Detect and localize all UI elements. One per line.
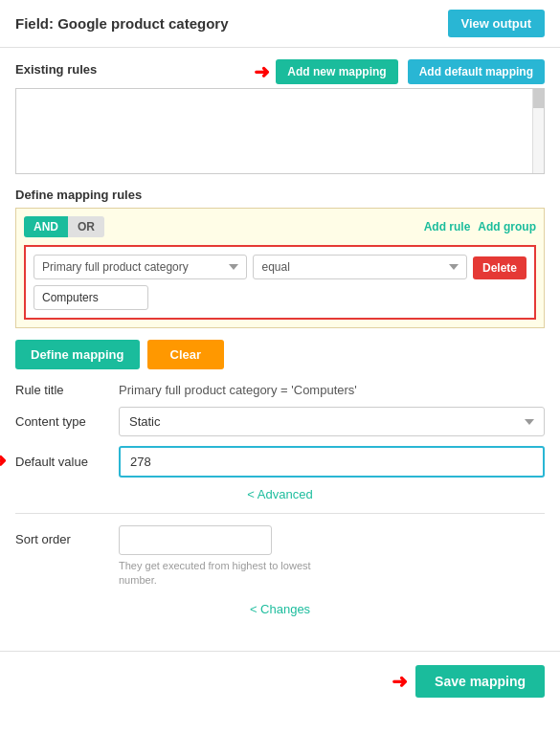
mapping-action-buttons: Define mapping Clear — [15, 340, 545, 369]
sort-order-row: Sort order They get executed from highes… — [15, 525, 545, 589]
define-rules-title: Define mapping rules — [15, 188, 142, 202]
changes-link-container: < Changes — [15, 602, 545, 616]
content-type-select[interactable]: StaticDynamic — [119, 407, 545, 436]
arrow-add-mapping-icon: ➜ — [254, 60, 270, 83]
view-output-button[interactable]: View output — [448, 10, 545, 37]
rule-title-row: Rule title Primary full product category… — [15, 383, 545, 397]
rule-row: Primary full product category equal Dele… — [24, 245, 536, 320]
default-value-row: ➜ Default value — [15, 446, 545, 478]
add-rule-button[interactable]: Add rule — [424, 216, 471, 237]
divider — [15, 513, 545, 514]
advanced-link-container: < Advanced — [15, 487, 545, 501]
page-title: Field: Google product category — [15, 15, 229, 32]
content-type-label: Content type — [15, 414, 111, 429]
existing-rules-title: Existing rules — [15, 62, 97, 77]
define-rules-section: Define mapping rules AND OR Add rule Add… — [15, 188, 545, 328]
rule-field-select[interactable]: Primary full product category — [34, 255, 247, 279]
rule-actions: Add rule Add group — [424, 216, 536, 237]
main-content: Existing rules ➜ Add new mapping Add def… — [0, 48, 560, 641]
or-button[interactable]: OR — [68, 216, 104, 237]
rule-value-row — [34, 285, 467, 310]
arrow-save-icon: ➜ — [392, 670, 408, 693]
add-new-mapping-button[interactable]: Add new mapping — [276, 59, 397, 84]
existing-rules-buttons: ➜ Add new mapping Add default mapping — [254, 59, 545, 84]
page-header: Field: Google product category View outp… — [0, 0, 560, 48]
changes-link[interactable]: < Changes — [250, 602, 310, 616]
existing-rules-header: Existing rules ➜ Add new mapping Add def… — [15, 59, 545, 84]
rule-row-fields: Primary full product category equal — [34, 255, 467, 310]
delete-rule-button[interactable]: Delete — [473, 256, 526, 279]
form-section: Rule title Primary full product category… — [15, 383, 545, 616]
sort-order-input[interactable] — [119, 525, 272, 555]
arrow-default-value-icon: ➜ — [0, 449, 7, 472]
advanced-link[interactable]: < Advanced — [247, 487, 312, 501]
add-group-button[interactable]: Add group — [478, 216, 536, 237]
existing-rules-box — [15, 88, 545, 174]
add-default-mapping-button[interactable]: Add default mapping — [408, 59, 545, 84]
rule-operator-select[interactable]: equal — [253, 255, 466, 279]
rule-selects: Primary full product category equal — [34, 255, 467, 279]
default-value-label: Default value — [15, 455, 111, 469]
save-mapping-button[interactable]: Save mapping — [415, 665, 545, 698]
rule-title-value: Primary full product category = 'Compute… — [119, 383, 545, 397]
rule-value-input[interactable] — [34, 285, 148, 310]
define-mapping-button[interactable]: Define mapping — [15, 340, 140, 369]
content-type-row: Content type StaticDynamic — [15, 407, 545, 436]
and-or-header: AND OR Add rule Add group — [24, 216, 536, 237]
and-or-group: AND OR — [24, 216, 104, 237]
scrollbar[interactable] — [532, 89, 544, 173]
sort-order-label: Sort order — [15, 525, 111, 546]
and-button[interactable]: AND — [24, 216, 68, 237]
sort-order-hint: They get executed from highest to lowest… — [119, 559, 545, 589]
define-rules-box: AND OR Add rule Add group Primary full p… — [15, 208, 545, 328]
page-footer: ➜ Save mapping — [0, 651, 560, 711]
rule-title-label: Rule title — [15, 383, 111, 397]
sort-order-right: They get executed from highest to lowest… — [119, 525, 545, 589]
clear-button[interactable]: Clear — [147, 340, 225, 369]
scrollbar-thumb[interactable] — [533, 89, 544, 108]
default-value-input[interactable] — [119, 446, 545, 478]
